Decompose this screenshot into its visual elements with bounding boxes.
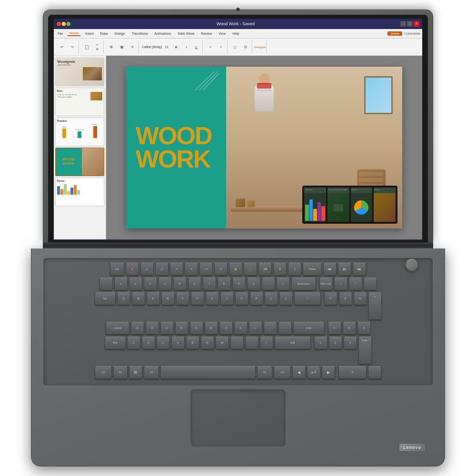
bold-button[interactable]: B: [171, 42, 181, 52]
key-num9[interactable]: 9: [354, 292, 367, 306]
key-d[interactable]: D: [160, 322, 174, 335]
key-numadd[interactable]: +: [368, 292, 382, 320]
key-c[interactable]: C: [157, 337, 170, 350]
tab-home[interactable]: Home: [68, 31, 80, 36]
key-q[interactable]: Q: [117, 292, 130, 306]
undo-button[interactable]: ↩: [57, 42, 67, 52]
reset-button[interactable]: ↺: [128, 42, 137, 52]
arrange-button[interactable]: ⊟: [241, 42, 250, 52]
tab-design[interactable]: Design: [113, 31, 127, 36]
key-z[interactable]: Z: [127, 337, 140, 350]
key-f3[interactable]: 🔊: [155, 263, 169, 276]
tab-draw[interactable]: Draw: [98, 31, 109, 36]
key-numsub[interactable]: -: [364, 278, 377, 291]
key-f2[interactable]: 🔉: [140, 263, 154, 276]
slide-thumb-3[interactable]: Timeline Now Tomorrow: [55, 118, 104, 146]
layout-button[interactable]: ▦: [117, 42, 127, 52]
tab-insert[interactable]: Insert: [83, 31, 96, 36]
key-1[interactable]: 1: [114, 278, 128, 291]
tab-slideshow[interactable]: Slide Show: [176, 31, 196, 36]
key-k[interactable]: K: [234, 322, 248, 335]
key-x[interactable]: X: [142, 337, 155, 350]
key-equals[interactable]: =: [277, 278, 290, 291]
key-f7[interactable]: ✈: [214, 263, 228, 276]
key-quote[interactable]: ': [278, 322, 292, 335]
italic-button[interactable]: I: [181, 42, 191, 52]
key-r[interactable]: R: [161, 292, 175, 306]
key-f[interactable]: F: [175, 322, 188, 335]
key-o[interactable]: O: [235, 292, 248, 306]
key-lbracket[interactable]: [: [265, 292, 278, 306]
key-numdot[interactable]: .: [368, 366, 381, 379]
key-semicolon[interactable]: ;: [264, 322, 277, 335]
key-4[interactable]: 4: [159, 278, 172, 291]
key-updown[interactable]: ▲▼: [307, 366, 320, 379]
key-windows[interactable]: ⊞: [129, 366, 142, 379]
key-play[interactable]: ⏯: [338, 263, 351, 276]
key-num7[interactable]: 7: [324, 292, 337, 306]
key-f12[interactable]: ⎙: [288, 263, 301, 276]
paste-button[interactable]: 📋: [82, 42, 91, 52]
key-9[interactable]: 9: [232, 278, 246, 291]
key-nummul[interactable]: *: [349, 278, 362, 291]
key-backtick[interactable]: `: [99, 278, 113, 291]
key-alt-right[interactable]: Alt: [257, 366, 272, 379]
key-0[interactable]: 0: [247, 278, 260, 291]
key-num5[interactable]: 5: [343, 322, 356, 335]
key-7[interactable]: 7: [203, 278, 216, 291]
key-f4[interactable]: ✕: [170, 263, 183, 276]
key-rbracket[interactable]: ]: [279, 292, 293, 306]
cut-button[interactable]: ✂: [92, 42, 102, 47]
key-f8[interactable]: 🔒: [229, 263, 242, 276]
key-v[interactable]: V: [171, 337, 185, 350]
key-h[interactable]: H: [205, 322, 218, 335]
key-period[interactable]: .: [245, 337, 258, 350]
key-t[interactable]: T: [176, 292, 189, 306]
key-n[interactable]: N: [201, 337, 214, 350]
key-backspace[interactable]: Backspace: [291, 278, 316, 291]
key-comma[interactable]: ,: [230, 337, 244, 350]
key-u[interactable]: U: [206, 292, 219, 306]
key-6[interactable]: 6: [188, 278, 201, 291]
underline-button[interactable]: U: [191, 42, 201, 52]
window-controls[interactable]: – □ ✕: [400, 21, 419, 27]
key-5[interactable]: 5: [173, 278, 187, 291]
key-alt-left[interactable]: Alt: [144, 366, 159, 379]
key-f1[interactable]: 🔇: [126, 263, 139, 276]
key-fn[interactable]: Fn: [113, 366, 128, 379]
key-f11[interactable]: ⊞: [273, 263, 287, 276]
designer-button[interactable]: Designer: [255, 42, 265, 52]
tab-animations[interactable]: Animations: [153, 31, 173, 36]
tab-help[interactable]: Help: [230, 31, 241, 36]
copy-button[interactable]: ⧉: [92, 47, 102, 51]
tab-file[interactable]: File: [56, 31, 65, 36]
new-slide-button[interactable]: ⊞: [107, 42, 116, 52]
key-num6[interactable]: 6: [357, 322, 371, 335]
slide-thumb-5[interactable]: Charts: [55, 178, 104, 206]
shapes-button[interactable]: ◻: [230, 42, 240, 52]
touchpad[interactable]: [190, 389, 286, 446]
key-y[interactable]: Y: [191, 292, 204, 306]
key-p[interactable]: P: [250, 292, 263, 306]
slide-thumb-1[interactable]: Woodgrain Jack Runner 1: [55, 58, 104, 86]
key-shift-left[interactable]: Shift: [105, 337, 126, 350]
key-j[interactable]: J: [219, 322, 233, 335]
minimize-button[interactable]: –: [400, 21, 406, 27]
key-num3[interactable]: 3: [344, 337, 357, 350]
key-e[interactable]: E: [147, 292, 160, 306]
key-tab[interactable]: Tab: [95, 292, 116, 306]
key-ctrl-right[interactable]: Ctrl: [274, 366, 291, 379]
key-f10[interactable]: ⌨: [258, 263, 272, 276]
key-capslock[interactable]: CapsLk: [106, 322, 129, 335]
key-num4[interactable]: 4: [328, 322, 341, 335]
key-numenter[interactable]: Enter: [358, 337, 372, 365]
key-right[interactable]: ▶: [322, 366, 335, 379]
key-num8[interactable]: 8: [339, 292, 352, 306]
tab-review[interactable]: Review: [199, 31, 214, 36]
key-enter[interactable]: Enter: [293, 322, 325, 335]
key-num2[interactable]: 2: [329, 337, 342, 350]
key-b[interactable]: B: [186, 337, 199, 350]
slide-thumb-4[interactable]: WOODWORK 4: [55, 148, 104, 176]
tab-transitions[interactable]: Transitions: [130, 31, 150, 36]
maximize-button[interactable]: □: [407, 21, 413, 27]
